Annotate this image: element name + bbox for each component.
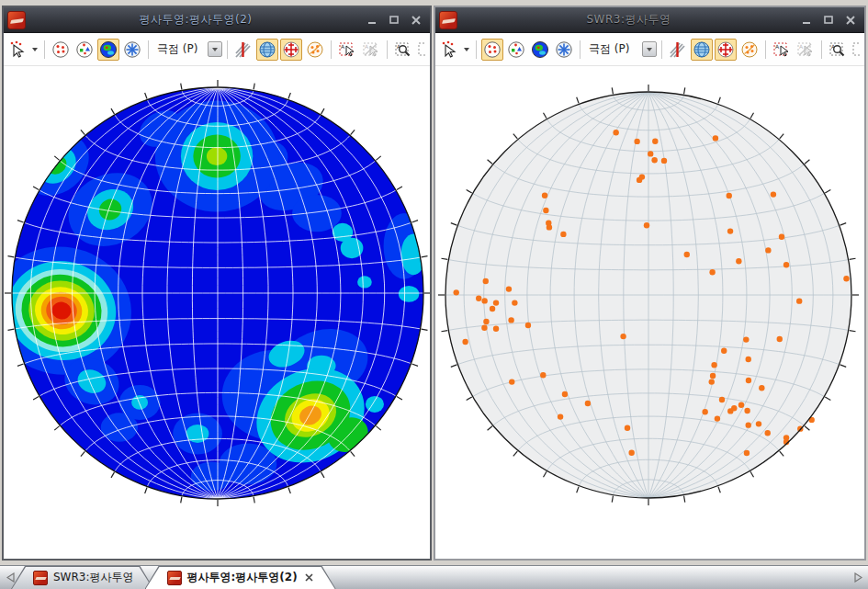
- zoom-region-icon[interactable]: A: [392, 39, 414, 61]
- svg-text:A: A: [799, 43, 804, 50]
- toolbar-separator: [765, 40, 766, 59]
- window-title: SWR3:평사투영: [457, 12, 800, 28]
- toolbar-separator: [331, 40, 332, 59]
- svg-text:A: A: [341, 43, 345, 50]
- titlebar[interactable]: 평사투영:평사투영(2): [4, 7, 430, 33]
- toolbar-separator: [661, 40, 662, 59]
- plot-area-scatter[interactable]: [435, 66, 864, 559]
- select-cursor-icon[interactable]: [6, 39, 28, 61]
- toolbar-separator: [44, 40, 45, 59]
- titlebar[interactable]: SWR3:평사투영: [435, 7, 864, 33]
- window-scatter-stereonet: SWR3:평사투영: [434, 6, 866, 561]
- symbol-plot-icon[interactable]: [505, 39, 527, 61]
- orange-dots-plot-icon[interactable]: [738, 39, 761, 61]
- mdi-workspace: 평사투영:평사투영(2): [0, 0, 868, 589]
- zoom-extra-icon[interactable]: [416, 39, 427, 61]
- plot-mode-label: 극점 (P): [157, 41, 197, 57]
- hatch-fill-icon[interactable]: [232, 39, 254, 61]
- scatter-plot-icon[interactable]: [50, 39, 72, 61]
- select-region-disabled-icon: A: [795, 39, 817, 61]
- svg-text:A: A: [365, 43, 369, 50]
- zoom-region-icon[interactable]: A: [827, 39, 849, 61]
- hatch-fill-icon[interactable]: [667, 39, 689, 61]
- crosshair-icon[interactable]: [280, 39, 302, 61]
- lined-globe-icon[interactable]: [256, 39, 278, 61]
- contour-plot-icon[interactable]: [529, 39, 551, 61]
- select-cursor-icon[interactable]: [438, 39, 460, 61]
- maximize-button[interactable]: [822, 14, 835, 27]
- lined-globe-icon[interactable]: [691, 39, 713, 61]
- toolbar-separator: [227, 40, 228, 59]
- minimize-button[interactable]: [800, 14, 813, 27]
- plot-area-contour[interactable]: [4, 66, 430, 559]
- toolbar-separator: [148, 40, 149, 59]
- app-logo-icon: [7, 11, 26, 29]
- window-title: 평사투영:평사투영(2): [26, 12, 366, 28]
- options-dropdown[interactable]: [642, 41, 657, 57]
- select-region-icon[interactable]: A: [336, 39, 358, 61]
- toolbar-separator: [580, 40, 581, 59]
- toolbar-separator: [387, 40, 388, 59]
- toolbar: 극점 (P) A: [435, 33, 864, 66]
- rosette-plot-icon[interactable]: [121, 39, 143, 61]
- app-logo-icon: [33, 571, 48, 585]
- svg-text:A: A: [775, 43, 780, 50]
- document-tab-bar: SWR3:평사투영 평사투영:평사투영(2): [0, 565, 868, 589]
- zoom-extra-icon[interactable]: [851, 39, 862, 61]
- symbol-plot-icon[interactable]: [73, 39, 96, 61]
- contour-plot-icon[interactable]: [97, 39, 119, 61]
- app-logo-icon: [167, 571, 182, 585]
- maximize-button[interactable]: [388, 14, 400, 27]
- scatter-plot-icon[interactable]: [481, 39, 503, 61]
- select-dropdown-icon[interactable]: [462, 41, 471, 57]
- select-region-icon[interactable]: A: [771, 39, 793, 61]
- rosette-plot-icon[interactable]: [553, 39, 575, 61]
- select-region-disabled-icon: A: [360, 39, 382, 61]
- plot-mode-label: 극점 (P): [589, 41, 629, 57]
- tab-close-icon[interactable]: [303, 572, 316, 584]
- orange-dots-plot-icon[interactable]: [304, 39, 326, 61]
- tab-stereonet-2[interactable]: 평사투영:평사투영(2): [145, 566, 336, 589]
- select-dropdown-icon[interactable]: [30, 41, 39, 57]
- tab-scroll-right-icon[interactable]: [848, 566, 868, 589]
- options-dropdown[interactable]: [208, 41, 222, 57]
- app-logo-icon: [439, 11, 457, 29]
- close-button[interactable]: [844, 14, 857, 27]
- tab-swr3[interactable]: SWR3:평사투영: [11, 566, 154, 589]
- minimize-button[interactable]: [366, 14, 378, 27]
- toolbar: 극점 (P) A: [4, 33, 430, 66]
- close-button[interactable]: [410, 14, 423, 27]
- toolbar-separator: [821, 40, 822, 59]
- window-contour-stereonet: 평사투영:평사투영(2): [2, 6, 432, 561]
- crosshair-icon[interactable]: [715, 39, 737, 61]
- toolbar-separator: [476, 40, 477, 59]
